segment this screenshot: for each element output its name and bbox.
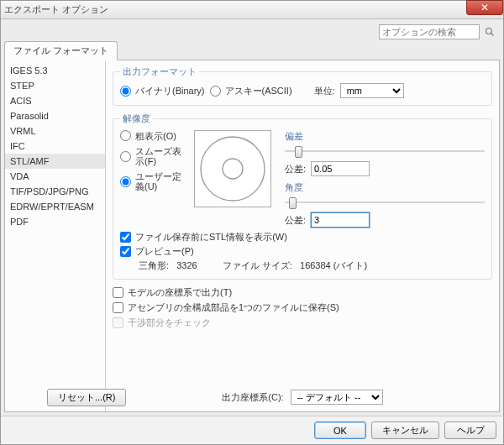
output-format-legend: 出力フォーマット bbox=[120, 65, 199, 78]
titlebar: エクスポート オプション ✕ bbox=[1, 1, 503, 19]
svg-point-3 bbox=[223, 159, 243, 179]
check-interference-checkbox bbox=[113, 317, 123, 328]
check-interference-label: 干渉部分をチェック bbox=[128, 317, 211, 329]
resolution-group: 解像度 粗表示(O) スムーズ表示(F) bbox=[113, 113, 492, 280]
preview-thumbnail bbox=[194, 130, 271, 207]
angle-tol-label: 公差: bbox=[285, 214, 306, 227]
radio-binary-input[interactable] bbox=[120, 86, 131, 97]
angle-label: 角度 bbox=[285, 181, 485, 194]
cancel-button[interactable]: キャンセル bbox=[371, 421, 439, 439]
sidebar-item-vrml[interactable]: VRML bbox=[5, 123, 105, 139]
format-settings-panel: 出力フォーマット バイナリ(Binary) アスキー(ASCII) 単位: mm bbox=[106, 60, 499, 411]
triangle-stat: 三角形: 3326 bbox=[139, 259, 197, 272]
tab-file-format[interactable]: ファイル フォーマット bbox=[4, 41, 118, 60]
deviation-tol-label: 公差: bbox=[285, 163, 306, 175]
deviation-tol-input[interactable] bbox=[311, 161, 370, 176]
model-cs-checkbox[interactable] bbox=[113, 287, 123, 298]
help-button[interactable]: ヘルプ bbox=[444, 421, 496, 439]
close-button[interactable]: ✕ bbox=[466, 0, 503, 15]
unit-select[interactable]: mm bbox=[340, 83, 404, 98]
sidebar-item-vda[interactable]: VDA bbox=[5, 169, 105, 184]
coord-system-select[interactable]: -- デフォルト -- bbox=[291, 390, 383, 405]
sidebar-item-acis[interactable]: ACIS bbox=[5, 93, 105, 108]
search-icon[interactable] bbox=[483, 24, 496, 39]
svg-point-2 bbox=[201, 137, 265, 201]
dialog-window: エクスポート オプション ✕ ファイル フォーマット IGES 5.3STEPA… bbox=[0, 0, 504, 445]
radio-ascii[interactable]: アスキー(ASCII) bbox=[210, 85, 292, 97]
save-assembly-label: アセンブリの全構成部品を1つのファイルに保存(S) bbox=[128, 301, 339, 314]
radio-fine[interactable]: スムーズ表示(F) bbox=[120, 146, 187, 166]
unit-label: 単位: bbox=[314, 85, 335, 97]
radio-fine-input[interactable] bbox=[120, 151, 131, 162]
deviation-slider[interactable] bbox=[285, 144, 485, 158]
resolution-legend: 解像度 bbox=[120, 113, 153, 125]
radio-coarse[interactable]: 粗表示(O) bbox=[120, 130, 187, 141]
svg-line-1 bbox=[491, 34, 494, 36]
svg-point-0 bbox=[486, 29, 492, 34]
coord-system-label: 出力座標系(C): bbox=[222, 391, 283, 404]
model-cs-label: モデルの座標系で出力(T) bbox=[128, 286, 232, 299]
window-title: エクスポート オプション bbox=[4, 3, 108, 16]
reset-button[interactable]: リセット...(R) bbox=[47, 389, 126, 406]
sidebar-item-pdf[interactable]: PDF bbox=[5, 214, 105, 229]
show-stl-info-label: ファイル保存前にSTL情報を表示(W) bbox=[135, 231, 287, 243]
options-search-input[interactable] bbox=[379, 24, 480, 39]
radio-ascii-input[interactable] bbox=[210, 86, 221, 97]
filesize-stat: ファイル サイズ: 166384 (バイト) bbox=[223, 259, 367, 272]
ok-button[interactable]: OK bbox=[314, 421, 366, 439]
preview-checkbox[interactable] bbox=[120, 246, 131, 257]
show-stl-info-checkbox[interactable] bbox=[120, 232, 131, 243]
tab-label: ファイル フォーマット bbox=[13, 45, 108, 55]
sidebar-item-stl-amf[interactable]: STL/AMF bbox=[5, 154, 105, 169]
radio-custom-input[interactable] bbox=[120, 176, 131, 187]
deviation-label: 偏差 bbox=[285, 130, 485, 143]
angle-slider[interactable] bbox=[285, 196, 485, 209]
sidebar-item-tif-psd-jpg-png[interactable]: TIF/PSD/JPG/PNG bbox=[5, 184, 105, 199]
sidebar-item-step[interactable]: STEP bbox=[5, 78, 105, 93]
radio-binary[interactable]: バイナリ(Binary) bbox=[120, 85, 205, 97]
sidebar-item-edrw-eprt-easm[interactable]: EDRW/EPRT/EASM bbox=[5, 199, 105, 214]
radio-coarse-input[interactable] bbox=[120, 130, 131, 141]
save-assembly-checkbox[interactable] bbox=[113, 302, 123, 313]
sidebar-item-iges-5-3[interactable]: IGES 5.3 bbox=[5, 63, 105, 78]
format-list: IGES 5.3STEPACISParasolidVRMLIFCSTL/AMFV… bbox=[5, 60, 106, 411]
preview-label: プレビュー(P) bbox=[135, 245, 194, 258]
angle-tol-input[interactable] bbox=[311, 212, 370, 228]
radio-custom[interactable]: ユーザー定義(U) bbox=[120, 171, 187, 191]
sidebar-item-parasolid[interactable]: Parasolid bbox=[5, 108, 105, 123]
output-format-group: 出力フォーマット バイナリ(Binary) アスキー(ASCII) 単位: mm bbox=[113, 65, 492, 106]
dialog-footer: OK キャンセル ヘルプ bbox=[1, 416, 503, 444]
sidebar-item-ifc[interactable]: IFC bbox=[5, 139, 105, 154]
close-icon: ✕ bbox=[480, 2, 489, 13]
